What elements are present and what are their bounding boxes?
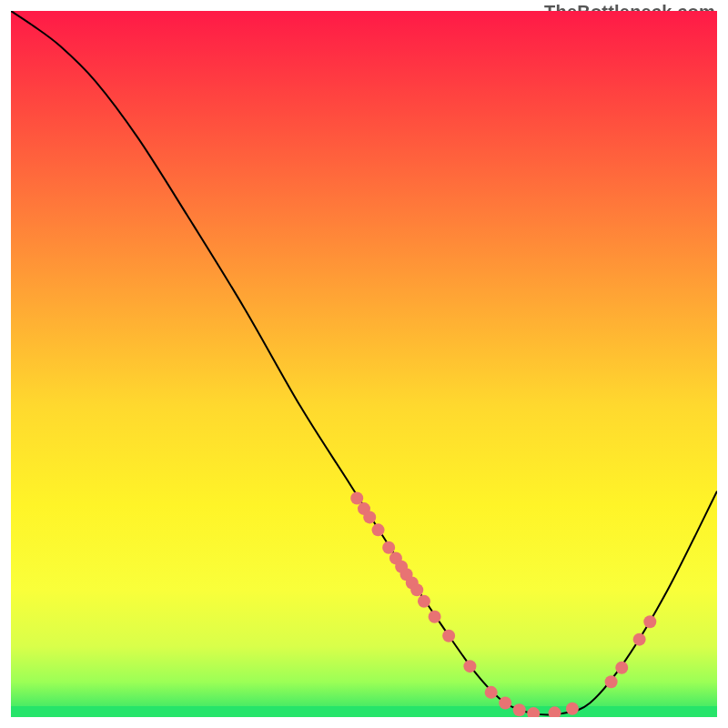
chart-svg-layer [11,11,717,717]
chart-marker [513,703,526,716]
chart-marker [605,675,618,688]
chart-marker [485,686,498,699]
chart-marker [363,511,376,523]
chart-curve [11,11,717,715]
chart-marker [442,630,455,642]
chart-marker [633,633,646,646]
chart-marker [382,541,395,554]
chart-marker [643,615,656,628]
chart-marker [549,706,561,717]
chart-marker [499,696,511,709]
chart-marker [372,523,385,536]
chart-container: TheBottleneck.com [0,0,728,728]
chart-marker [566,703,579,715]
chart-marker [429,611,441,623]
chart-marker [527,707,540,717]
chart-marker [418,595,430,608]
chart-marker [410,583,423,596]
chart-marker-group [350,491,656,717]
chart-marker [615,662,628,674]
chart-plot-area [11,11,717,717]
chart-marker [463,660,476,672]
chart-marker [350,491,363,504]
